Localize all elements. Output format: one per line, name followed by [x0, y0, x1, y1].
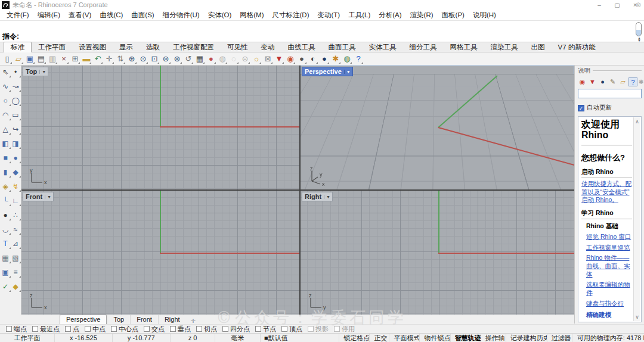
menu-item[interactable]: 文件(F) [2, 10, 33, 20]
osnap-toggle[interactable]: 四分点 [222, 325, 250, 334]
fillet-tool-icon[interactable]: └ [1, 196, 11, 206]
viewport-menu-arrow-icon[interactable]: ▼ [324, 195, 332, 199]
arc-tool-icon[interactable]: ◠ [1, 110, 11, 120]
lock-icon[interactable]: ⊠ [262, 54, 273, 64]
visibility-icon[interactable]: ◍ [217, 54, 228, 64]
menu-item[interactable]: 查看(V) [64, 10, 95, 20]
checkbox-icon[interactable] [255, 326, 261, 332]
viewport-right-label[interactable]: Right ▼ [302, 192, 333, 201]
scrollbar-arrows-icon[interactable]: ▲▼ [636, 37, 643, 42]
paste-icon[interactable]: ▬ [81, 54, 92, 64]
menu-item[interactable]: 工具(L) [344, 10, 374, 20]
menu-item[interactable]: 面板(P) [438, 10, 469, 20]
solid-tools-icon[interactable]: ◆ [11, 167, 21, 178]
menu-item[interactable]: 说明(H) [469, 10, 500, 20]
osnap-toggle[interactable]: 最近点 [32, 325, 60, 334]
osnap-toggle[interactable]: 顶点 [281, 325, 302, 334]
scroll-down-icon[interactable]: ∨ [634, 314, 640, 320]
earth-icon[interactable]: ◍ [342, 54, 352, 64]
toolbar-tab[interactable]: 可见性 [221, 42, 255, 52]
stack-tool-icon[interactable]: ≡ [11, 268, 21, 278]
copy-icon[interactable]: ⊞ [70, 54, 80, 64]
statusbar-segment[interactable]: 可用的物理内存: 4178 MB [572, 334, 644, 342]
zoom-extents-icon[interactable]: ⊛ [172, 54, 182, 64]
toolbar-tab[interactable]: 曲面工具 [322, 42, 363, 52]
menu-item[interactable]: 曲面(S) [127, 10, 158, 20]
cut-icon[interactable]: × [58, 54, 69, 64]
properties-tab-icon[interactable]: ◉ [578, 77, 587, 86]
statusbar-segment[interactable]: 智慧轨迹 [451, 334, 481, 342]
toolbar-tab[interactable]: 细分工具 [403, 42, 444, 52]
checkbox-icon[interactable] [281, 326, 287, 332]
zoom-dynamic-icon[interactable]: ⊙ [138, 54, 148, 64]
menu-item[interactable]: 变动(T) [313, 10, 344, 20]
extend-curve-icon[interactable]: ◡ [1, 225, 11, 235]
statusbar-segment[interactable]: y -10.777 [113, 334, 171, 342]
statusbar-segment[interactable]: 操作轴 [481, 334, 506, 342]
checkbox-icon[interactable] [334, 326, 340, 332]
minimize-button[interactable]: – [590, 0, 608, 10]
help-link-item[interactable]: 笛卡儿坐标——XYZ坐标系 [591, 322, 632, 322]
save-file-icon[interactable]: ▣ [24, 54, 35, 64]
checked-checkbox-icon[interactable] [578, 105, 584, 111]
viewport-right[interactable]: Right ▼ z y [301, 191, 574, 315]
object-snap-icon[interactable]: ⊜ [240, 54, 250, 64]
statusbar-segment[interactable]: z 0 [171, 334, 216, 342]
render-icon[interactable]: ● [296, 54, 307, 64]
statusbar-segment[interactable]: 记录建构历史 [506, 334, 547, 342]
osnap-toggle[interactable]: 切点 [196, 325, 217, 334]
help-link-item[interactable]: 选取要编辑的物件 [586, 281, 632, 297]
surface-tool-icon[interactable]: ◧ [1, 139, 11, 149]
color-wheel-icon[interactable]: ◉ [285, 54, 296, 64]
select-tool-icon[interactable]: ⇖ [1, 67, 11, 77]
zoom-window-icon[interactable]: ⊡ [149, 54, 160, 64]
toolbar-tab[interactable]: 网格工具 [444, 42, 484, 52]
point-cloud-icon[interactable]: ∴ [11, 210, 21, 220]
statusbar-segment[interactable]: 锁定格点 [339, 334, 370, 342]
checkbox-icon[interactable] [308, 326, 314, 332]
toolbar-tab[interactable]: 标准 [4, 42, 32, 52]
menu-item[interactable]: 编辑(E) [33, 10, 64, 20]
statusbar-segment[interactable]: ■默认值 [261, 334, 339, 342]
viewport-perspective[interactable]: Perspective ▼ z y x [301, 66, 574, 189]
curve-tool-icon[interactable]: ↝ [11, 82, 21, 92]
box-tool-icon[interactable]: ■ [1, 153, 11, 163]
menu-item[interactable]: 实体(O) [204, 10, 236, 20]
osnap-toggle[interactable]: 端点 [6, 325, 27, 334]
menu-item[interactable]: 渲染(R) [406, 10, 438, 20]
toolbar-tab[interactable]: 工作视窗配置 [166, 42, 221, 52]
osnap-toggle[interactable]: 垂点 [170, 325, 191, 334]
group-tool-icon[interactable]: ▦ [1, 253, 11, 263]
notes-tab-icon[interactable]: ✎ [608, 77, 617, 86]
scrollbar-thumb[interactable] [636, 22, 642, 36]
libraries-tab-icon[interactable]: ▱ [618, 77, 627, 86]
command-area[interactable]: 指令: ▲▼ [0, 20, 644, 42]
lightbulb-icon[interactable]: ☼ [251, 54, 262, 64]
checkbox-icon[interactable] [65, 326, 71, 332]
viewport-tab[interactable]: Top [107, 315, 130, 324]
polygon-tool-icon[interactable]: △ [1, 125, 11, 135]
help-link-item[interactable]: 使用快捷方式、配置以及“安全模式”启动 Rhino。 [581, 180, 632, 204]
render-preview-icon[interactable]: ◐ [308, 54, 318, 64]
viewport-menu-arrow-icon[interactable]: ▼ [39, 70, 48, 74]
help-link-item[interactable]: Rhino 物件——曲线、曲面、实体 [586, 254, 632, 278]
help-search-input[interactable] [578, 89, 642, 98]
zoom-in-icon[interactable]: ⊕ [126, 54, 137, 64]
point-tool-icon[interactable]: • [11, 67, 21, 77]
viewport-top[interactable]: Top ▼ y x [21, 66, 299, 189]
osnap-toggle[interactable]: 点 [65, 325, 79, 334]
tools-gear-icon[interactable]: ✱ [330, 54, 341, 64]
toolbar-tab[interactable]: 选取 [140, 42, 166, 52]
isolate-icon[interactable]: ◌ [228, 54, 239, 64]
statusbar-segment[interactable]: 过滤器 [547, 334, 572, 342]
toolbar-tab[interactable]: 变动 [255, 42, 281, 52]
loft-tool-icon[interactable]: ◨ [11, 139, 21, 149]
help-scrollbar[interactable]: ∧ ∨ [633, 117, 640, 321]
osnap-toggle[interactable]: 停用 [334, 325, 355, 334]
checkbox-icon[interactable] [196, 326, 202, 332]
viewport-tab[interactable]: Right [158, 315, 186, 324]
checkbox-icon[interactable] [170, 326, 176, 332]
display-tab-icon[interactable]: ● [598, 77, 607, 86]
circle-tool-icon[interactable]: ○ [1, 96, 11, 106]
menu-item[interactable]: 曲线(C) [95, 10, 127, 20]
